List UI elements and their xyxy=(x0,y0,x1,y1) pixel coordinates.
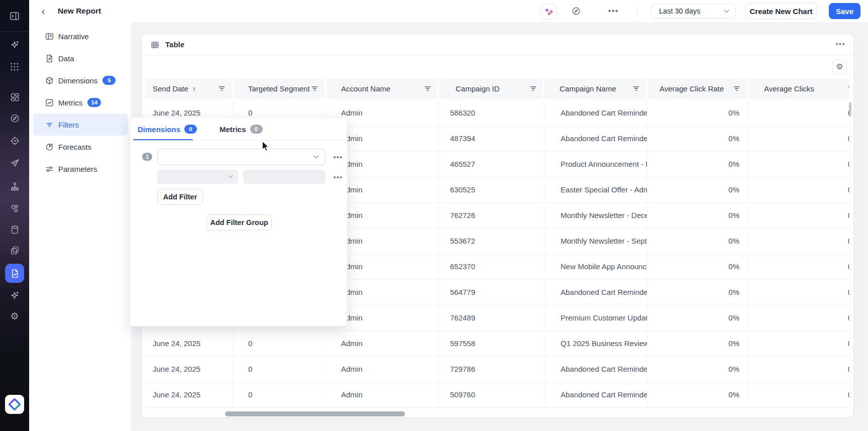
cell-clicks: 0 xyxy=(748,357,849,382)
tab-dimensions[interactable]: Dimensions 0 xyxy=(138,125,197,134)
column-filter-icon[interactable] xyxy=(424,85,431,92)
filter-field-select[interactable] xyxy=(157,149,325,165)
header-cell: Average Click Rate xyxy=(647,78,748,99)
panel-more-icon[interactable]: ••• xyxy=(835,40,845,49)
sidebar-item-dimensions[interactable]: Dimensions 5 xyxy=(33,69,128,91)
cell-click-rate: 0% xyxy=(647,331,748,356)
cell-campaign-name: Product Announcement - Email xyxy=(545,152,647,177)
cell-click-rate: 0% xyxy=(647,229,748,254)
table-row[interactable]: June 24, 20250Admin509760Abandoned Cart … xyxy=(145,382,849,408)
sidebar-item-metrics[interactable]: Metrics 14 xyxy=(33,91,128,114)
sliders-icon xyxy=(45,165,54,173)
hierarchy-icon[interactable] xyxy=(9,181,20,192)
sidebar-item-parameters[interactable]: Parameters xyxy=(33,158,128,180)
sidebar-item-label: Data xyxy=(58,54,74,63)
cell-clicks: 0 xyxy=(748,177,849,202)
compass-icon[interactable] xyxy=(9,113,20,124)
header-cell: Targeted Segment ID xyxy=(233,78,326,99)
column-filter-icon[interactable] xyxy=(311,85,318,92)
rail-divider xyxy=(0,31,29,32)
save-button[interactable]: Save xyxy=(829,3,860,19)
sidebar-item-forecasts[interactable]: Forecasts xyxy=(33,136,128,158)
target-icon[interactable] xyxy=(9,135,20,146)
header-cell: Campaign ID xyxy=(439,78,545,99)
icon-rail: ⚙ xyxy=(0,0,29,431)
back-button[interactable]: ‹ xyxy=(36,4,50,18)
cell-send-date: June 24, 2025 xyxy=(145,331,233,356)
metrics-count-badge: 14 xyxy=(87,98,101,107)
column-header-campaign-name[interactable]: Campaign Name xyxy=(545,78,646,99)
dimensions-filter-count-badge: 0 xyxy=(184,125,197,134)
data-page-icon xyxy=(45,54,54,63)
column-filter-icon[interactable] xyxy=(848,85,849,92)
column-filter-icon[interactable] xyxy=(633,85,639,92)
column-filter-icon[interactable] xyxy=(733,85,740,92)
column-header-campaign-id[interactable]: Campaign ID xyxy=(439,78,543,99)
cell-campaign-id: 465527 xyxy=(439,152,545,177)
dashboard-icon[interactable] xyxy=(9,91,20,102)
filter-lines-icon xyxy=(45,121,54,129)
sidebar-item-data[interactable]: Data xyxy=(33,47,128,69)
column-header-average-clicks[interactable]: Average Clicks xyxy=(748,78,849,99)
sidebar-item-filters[interactable]: Filters xyxy=(33,114,128,136)
add-filter-group-button[interactable]: Add Filter Group xyxy=(206,214,272,231)
table-header-row: Send Date↑Targeted Segment IDAccount Nam… xyxy=(145,78,849,99)
database-icon[interactable] xyxy=(9,224,20,235)
horizontal-scrollbar-thumb[interactable] xyxy=(225,411,405,416)
sparkle-icon[interactable] xyxy=(9,39,20,50)
table-row[interactable]: June 24, 20250Admin597558Q1 2025 Busines… xyxy=(145,331,849,357)
apps-grid-icon[interactable] xyxy=(9,61,20,72)
explore-compass-icon[interactable] xyxy=(571,6,582,17)
sidebar-toggle-icon[interactable] xyxy=(9,11,20,22)
column-filter-icon[interactable] xyxy=(530,85,536,92)
send-icon[interactable] xyxy=(9,157,20,168)
cell-click-rate: 0% xyxy=(647,357,748,382)
cell-click-rate: 0% xyxy=(647,203,748,228)
cell-segment-id: 0 xyxy=(233,357,326,382)
panel-title: Table xyxy=(165,40,184,49)
filter-operator-select[interactable] xyxy=(157,170,238,184)
cell-click-rate: 0% xyxy=(647,126,748,151)
header-cell: Campaign Name xyxy=(545,78,647,99)
bubbles-icon[interactable] xyxy=(9,203,20,214)
column-header-account-name[interactable]: Account Name xyxy=(326,78,438,99)
header-cell: Send Date↑ xyxy=(145,78,233,99)
topbar-more-icon[interactable]: ••• xyxy=(608,6,619,17)
cell-click-rate: 0% xyxy=(647,152,748,177)
cell-campaign-name: Monthly Newsletter - Decembe xyxy=(545,203,647,228)
rail-item-report-active[interactable] xyxy=(5,264,24,283)
sidebar-item-narrative[interactable]: Narrative xyxy=(33,25,128,47)
report-sidebar: Narrative Data Dimensions 5 Metrics 14 xyxy=(29,22,132,431)
cell-campaign-id: 564779 xyxy=(439,280,545,305)
column-header-send-date[interactable]: Send Date↑ xyxy=(145,78,232,99)
filter-value-input[interactable] xyxy=(243,170,325,184)
add-filter-button[interactable]: Add Filter xyxy=(157,189,203,205)
filter-condition-more-icon[interactable]: ••• xyxy=(333,173,344,181)
date-range-select[interactable]: Last 30 days xyxy=(651,4,736,19)
cell-campaign-name: Q1 2025 Business Review - Adr xyxy=(545,331,647,356)
sidebar-item-label: Narrative xyxy=(58,32,89,41)
ai-assistant-button[interactable] xyxy=(540,4,557,20)
chart-square-icon xyxy=(45,98,54,107)
column-header-average-click-rate[interactable]: Average Click Rate xyxy=(647,78,746,99)
cell-account: Admin xyxy=(326,382,439,407)
table-row[interactable]: June 24, 20250Admin729786Abandoned Cart … xyxy=(145,357,849,382)
cell-click-rate: 0% xyxy=(647,305,748,331)
settings-gear-icon[interactable]: ⚙ xyxy=(9,310,20,321)
create-new-chart-button[interactable]: Create New Chart xyxy=(745,3,817,19)
tab-metrics[interactable]: Metrics 0 xyxy=(220,125,263,134)
sparkle-icon-2[interactable] xyxy=(9,290,20,301)
layers-copy-icon[interactable] xyxy=(9,245,20,256)
filter-row-more-icon[interactable]: ••• xyxy=(333,153,344,161)
header-cell: Average Clicks xyxy=(748,78,849,99)
sort-ascending-icon[interactable]: ↑ xyxy=(192,85,196,93)
sidebar-item-label: Parameters xyxy=(58,165,97,173)
cell-campaign-name: Abandoned Cart Reminder - Ad xyxy=(545,126,647,151)
top-bar: ‹ New Report ••• Last 30 days Create New… xyxy=(29,0,868,22)
column-filter-icon[interactable] xyxy=(219,85,225,92)
column-header-targeted-segment-id[interactable]: Targeted Segment ID xyxy=(233,78,324,99)
cell-click-rate: 0% xyxy=(647,254,748,279)
app-logo[interactable] xyxy=(5,395,24,414)
table-settings-gear-icon[interactable]: ⚙ xyxy=(832,59,847,74)
vertical-scrollbar-thumb[interactable] xyxy=(849,102,851,117)
